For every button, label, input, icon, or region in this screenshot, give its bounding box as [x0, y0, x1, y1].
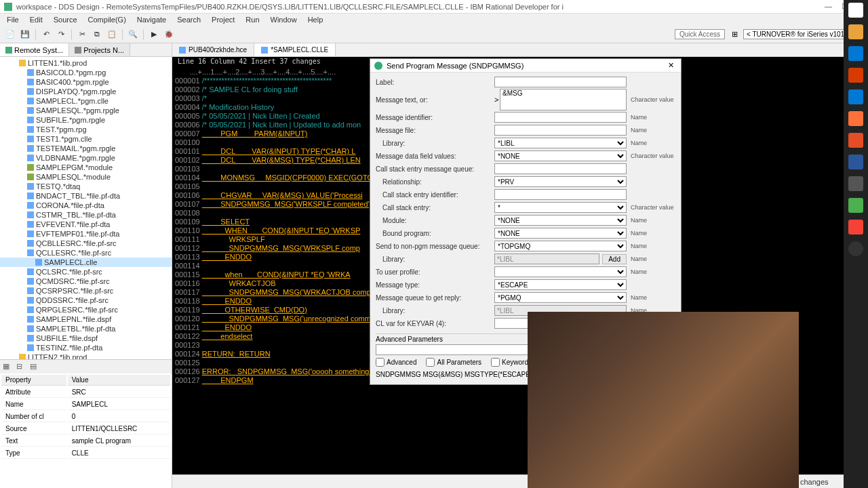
- opera-icon[interactable]: [848, 133, 863, 148]
- tree-item[interactable]: QRPGLESRC.*file.pf-src: [0, 305, 172, 314]
- tab-projects[interactable]: Projects N...: [69, 43, 130, 56]
- menu-source[interactable]: Source: [50, 14, 81, 25]
- tree-item[interactable]: BASIC400.*pgm.rpgle: [0, 77, 172, 87]
- tree-item[interactable]: QDDSSRC.*file.pf-src: [0, 296, 172, 305]
- tree-item[interactable]: QCBLLESRC.*file.pf-src: [0, 239, 172, 248]
- field-input[interactable]: [494, 77, 627, 87]
- task-icon[interactable]: [848, 24, 863, 39]
- field-input[interactable]: *ESCAPE: [494, 279, 627, 290]
- field-input[interactable]: *PRV: [494, 176, 627, 187]
- tree-item[interactable]: VLDBNAME.*pgm.rpgle: [0, 153, 172, 163]
- field-input[interactable]: *NONE: [494, 228, 627, 239]
- check-advanced[interactable]: Advanced: [376, 358, 416, 367]
- prop-icon[interactable]: ▤: [30, 362, 39, 371]
- field-input[interactable]: [494, 125, 627, 136]
- field-input[interactable]: *NONE: [494, 150, 627, 161]
- outlook-icon[interactable]: [848, 89, 863, 104]
- paste-icon[interactable]: 📋: [106, 28, 118, 41]
- tree-item[interactable]: TEST1.*pgm.clle: [0, 134, 172, 144]
- tab-remote-systems[interactable]: Remote Syst...: [0, 43, 69, 56]
- menu-navigate[interactable]: Navigate: [133, 14, 170, 25]
- tree-item[interactable]: QCLLESRC.*file.pf-src: [0, 248, 172, 258]
- tree-item[interactable]: SAMPLETBL.*file.pf-dta: [0, 324, 172, 333]
- app-icon[interactable]: [848, 220, 863, 235]
- cut-icon[interactable]: ✂: [76, 28, 88, 41]
- tree-item[interactable]: LITTEN1.*lib.prod: [0, 58, 172, 68]
- prop-icon[interactable]: ▦: [3, 362, 12, 371]
- tree-item[interactable]: SAMPLESQL.*module: [0, 172, 172, 182]
- tree-item[interactable]: TESTINZ.*file.pf-dta: [0, 343, 172, 352]
- field-input[interactable]: *PGMQ: [494, 292, 627, 303]
- tree-item[interactable]: SAMPLESQL.*pgm.rpgle: [0, 106, 172, 115]
- field-input[interactable]: [494, 112, 627, 123]
- menu-search[interactable]: Search: [173, 14, 205, 25]
- field-input[interactable]: *TOPGMQ: [494, 241, 627, 251]
- new-icon[interactable]: 📄: [4, 28, 16, 41]
- turnover-perspective[interactable]: < TURNOVER® for iSeries v101>: [743, 29, 852, 39]
- tree-item[interactable]: LITTEN2.*lib.prod: [0, 352, 172, 359]
- tree-item[interactable]: EVFTEMPF01.*file.pf-dta: [0, 229, 172, 239]
- undo-icon[interactable]: ↶: [40, 28, 52, 41]
- quick-access[interactable]: Quick Access: [675, 29, 725, 39]
- check-allparams[interactable]: All Parameters: [426, 358, 481, 367]
- tree-item[interactable]: QCMDSRC.*file.pf-src: [0, 277, 172, 286]
- edge-icon[interactable]: [848, 46, 863, 61]
- tree-item[interactable]: EVFEVENT.*file.pf-dta: [0, 220, 172, 229]
- add-button[interactable]: Add: [602, 254, 627, 264]
- firefox-icon[interactable]: [848, 111, 863, 126]
- copy-icon[interactable]: ⧉: [91, 28, 103, 41]
- menu-edit[interactable]: Edit: [26, 14, 47, 25]
- check-keywords[interactable]: Keywords: [491, 358, 532, 367]
- search-icon[interactable]: 🔍: [127, 28, 139, 41]
- tree-item[interactable]: QCSRPSRC.*file.pf-src: [0, 286, 172, 296]
- redo-icon[interactable]: ↷: [55, 28, 67, 41]
- tree-item[interactable]: BNDACT_TBL.*file.pf-dta: [0, 191, 172, 201]
- settings-icon[interactable]: [848, 241, 863, 256]
- field-input[interactable]: [494, 163, 627, 174]
- word-icon[interactable]: [848, 155, 863, 169]
- tree-item[interactable]: DISPLAYDQ.*pgm.rpgle: [0, 87, 172, 96]
- app-icon[interactable]: [848, 198, 863, 213]
- tree-item[interactable]: SAMPLECL.clle: [0, 258, 172, 267]
- tree-item[interactable]: SAMPLECL.*pgm.clle: [0, 96, 172, 106]
- menu-run[interactable]: Run: [241, 14, 263, 25]
- editor-tab[interactable]: *SAMPLECL.CLLE: [254, 43, 336, 56]
- menu-compile(g)[interactable]: Compile(G): [84, 14, 130, 25]
- menu-file[interactable]: File: [3, 14, 23, 25]
- debug-icon[interactable]: 🐞: [163, 28, 175, 41]
- tree-item[interactable]: TEST.*pgm.rpg: [0, 125, 172, 134]
- tree-item[interactable]: SAMPLEPNL.*file.dspf: [0, 314, 172, 324]
- tree-item[interactable]: TESTEMAIL.*pgm.rpgle: [0, 144, 172, 153]
- field-input[interactable]: [500, 89, 627, 110]
- tree-item[interactable]: TESTQ.*dtaq: [0, 182, 172, 191]
- office-icon[interactable]: [848, 68, 863, 83]
- menu-window[interactable]: Window: [267, 14, 301, 25]
- tree-item[interactable]: SUBFILE.*file.dspf: [0, 333, 172, 343]
- run-icon[interactable]: ▶: [148, 28, 160, 41]
- field-input[interactable]: [494, 189, 627, 200]
- tree-item[interactable]: CSTMR_TBL.*file.pf-dta: [0, 210, 172, 220]
- tree-item[interactable]: CORONA.*file.pf-dta: [0, 201, 172, 210]
- tree-item[interactable]: BASICOLD.*pgm.rpg: [0, 68, 172, 77]
- menu-project[interactable]: Project: [208, 14, 239, 25]
- save-icon[interactable]: 💾: [19, 28, 31, 41]
- field-label: To user profile:: [376, 268, 494, 276]
- field-hint: Name: [627, 114, 675, 121]
- editor-tab[interactable]: PUB400rzkhde.hce: [172, 43, 254, 56]
- dialog-close-icon[interactable]: ✕: [665, 61, 677, 70]
- prop-icon[interactable]: ⊟: [16, 362, 26, 371]
- field-label: Message file:: [376, 127, 494, 134]
- field-input[interactable]: [494, 266, 627, 277]
- field-input[interactable]: *LIBL: [494, 138, 627, 148]
- field-input[interactable]: *: [494, 202, 627, 213]
- terminal-icon[interactable]: [848, 176, 863, 191]
- field-input[interactable]: *NONE: [494, 215, 627, 226]
- perspective-icon[interactable]: ⊞: [732, 30, 738, 39]
- tree-item[interactable]: SUBFILE.*pgm.rpgle: [0, 115, 172, 125]
- tree-item[interactable]: QCLSRC.*file.pf-src: [0, 267, 172, 277]
- tree-item[interactable]: SAMPLEPGM.*module: [0, 163, 172, 172]
- minimize-icon[interactable]: —: [825, 2, 832, 11]
- project-tree[interactable]: LITTEN1.*lib.prodBASICOLD.*pgm.rpgBASIC4…: [0, 57, 172, 359]
- windows-icon[interactable]: [848, 3, 863, 18]
- menu-help[interactable]: Help: [304, 14, 328, 25]
